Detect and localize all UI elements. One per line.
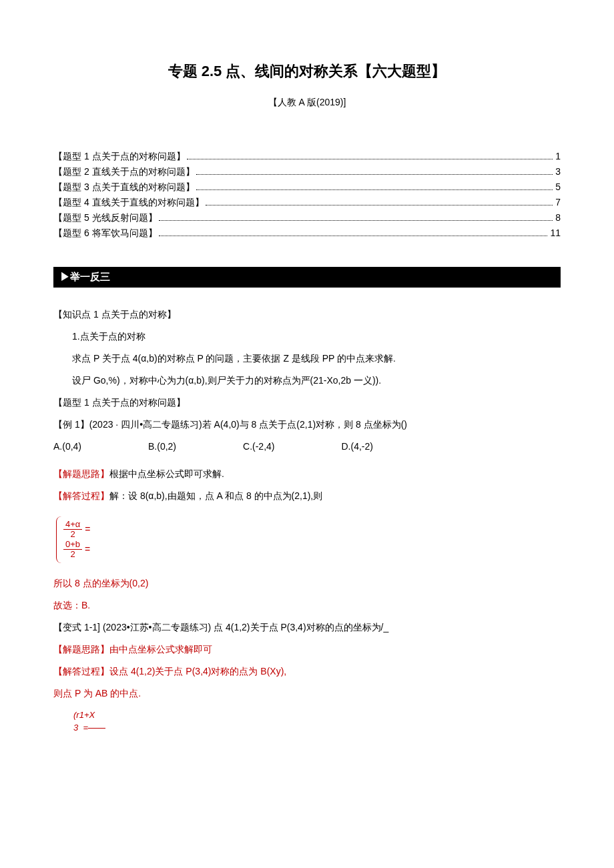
toc-dots [159,215,553,221]
options-row: A.(0,4) B.(0,2) C.(-2,4) D.(4,-2) [53,440,561,454]
toc-dots [159,231,548,236]
solution-thought-label: 【解题思路】 [53,468,109,479]
variant-stem: 【变式 1-1] (2023•江苏•高二专题练习) 点 4(1,2)关于点 P(… [53,620,561,634]
toc-label: 【题型 1 点关于点的对称问题】 [53,149,186,163]
formula-line: 3 =—— [73,721,561,735]
toc-label: 【题型 6 将军饮马问题】 [53,226,158,240]
toc-row: 【题型 5 光线反射问题】 8 [53,211,561,225]
equation-line: 0+b 2 = [63,540,90,560]
variant-process: 【解答过程】设点 4(1,2)关于点 P(3,4)对称的点为 B(Xy), [53,665,561,679]
section-bar: ▶举一反三 [53,267,561,288]
equals-sign: = [85,523,90,534]
question-type-heading: 【题型 1 点关于点的对称问题】 [53,396,561,410]
solution-choice: 故选：B. [53,598,561,612]
variant-thought-text: 由中点坐标公式求解即可 [109,644,212,655]
numerator: 4+α [63,520,82,530]
option-b: B.(0,2) [148,440,176,454]
toc-row: 【题型 6 将军饮马问题】 11 [53,226,561,240]
table-of-contents: 【题型 1 点关于点的对称问题】 1 【题型 2 直线关于点的对称问题】 3 【… [53,149,561,240]
toc-page: 3 [555,165,561,179]
toc-label: 【题型 5 光线反射问题】 [53,211,158,225]
solution-thought-label: 【解题思路】 [53,644,109,655]
denominator: 2 [63,530,82,539]
knowledge-point-heading: 【知识点 1 点关于点的对称】 [53,308,561,322]
kp-line: 设尸 Go,%)，对称中心为力(α,b),则尸关于力的对称点为严(21-Xo,2… [72,374,561,388]
fraction: 4+α 2 [63,520,82,540]
solution-process-label: 【解答过程】 [53,490,109,501]
toc-dots [196,185,553,190]
toc-row: 【题型 1 点关于点的对称问题】 1 [53,149,561,163]
option-d: D.(4,-2) [341,440,372,454]
variant-process-text: 设点 4(1,2)关于点 P(3,4)对称的点为 B(Xy), [109,666,286,677]
formula-part: =—— [83,723,105,733]
solution-process: 【解答过程】解：设 8(α,b),由题知，点 A 和点 8 的中点为(2,1),… [53,489,561,503]
solution-process-text: 解：设 8(α,b),由题知，点 A 和点 8 的中点为(2,1),则 [109,490,322,501]
toc-page: 5 [555,180,561,194]
toc-page: 11 [550,226,561,240]
formula-part: 3 [73,723,78,733]
fraction: 0+b 2 [63,540,82,560]
denominator: 2 [63,550,82,559]
variant-midline: 则点 P 为 AB 的中点. [53,687,561,701]
numerator: 0+b [63,540,82,550]
toc-dots [206,200,553,205]
variant-formula: (r1+X 3 =—— [73,709,561,735]
solution-thought: 【解题思路】根据中点坐标公式即可求解. [53,467,561,481]
solution-thought-text: 根据中点坐标公式即可求解. [109,468,224,479]
solution-result: 所以 8 点的坐标为(0,2) [53,576,561,590]
equals-sign: = [85,544,90,554]
toc-dots [196,169,553,175]
page-subtitle: 【人教 A 版(2019)] [53,95,561,109]
toc-label: 【题型 2 直线关于点的对称问题】 [53,165,195,179]
formula-line: (r1+X [73,709,561,722]
solution-process-label: 【解答过程】 [53,666,109,677]
variant-thought: 【解题思路】由中点坐标公式求解即可 [53,642,561,657]
kp-line: 求点 P 关于点 4(α,b)的对称点 P 的问题，主要依据 Z 是线段 PP … [72,352,561,366]
toc-dots [187,154,553,159]
toc-page: 7 [555,195,561,209]
equation-brace: 4+α 2 = 0+b 2 = [56,516,90,563]
toc-page: 1 [555,149,561,163]
kp-line: 1.点关于点的对称 [72,330,561,344]
toc-row: 【题型 3 点关于直线的对称问题】 5 [53,180,561,194]
equation-line: 4+α 2 = [63,520,90,540]
toc-label: 【题型 3 点关于直线的对称问题】 [53,180,195,194]
option-a: A.(0,4) [53,440,81,454]
example-stem: 【例 1】(2023 · 四川•高二专题练习)若 A(4,0)与 8 点关于点(… [53,418,561,432]
toc-row: 【题型 2 直线关于点的对称问题】 3 [53,165,561,179]
option-c: C.(-2,4) [243,440,274,454]
page-title: 专题 2.5 点、线间的对称关系【六大题型】 [53,60,561,82]
toc-label: 【题型 4 直线关于直线的对称问题】 [53,195,204,209]
toc-row: 【题型 4 直线关于直线的对称问题】 7 [53,195,561,209]
toc-page: 8 [555,211,561,225]
